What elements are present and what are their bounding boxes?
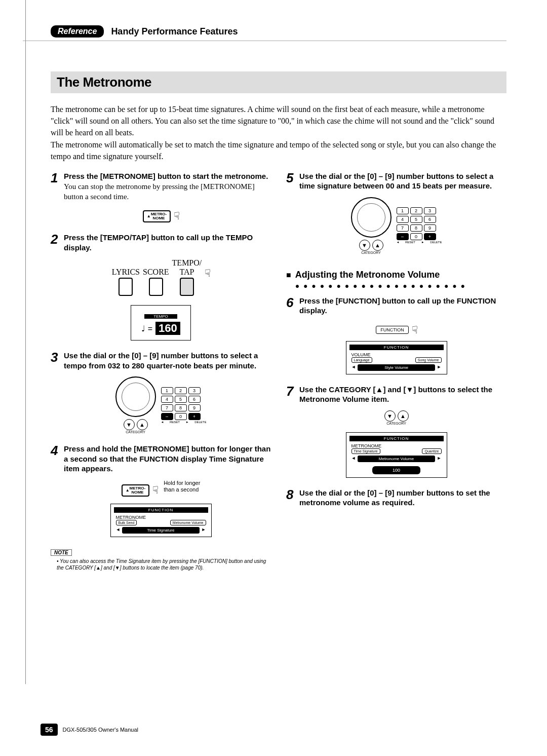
note-body: • You can also access the Time Signature…: [51, 558, 271, 571]
lcd-left-item: Language: [351, 357, 372, 363]
category-up-icon: ▲: [372, 240, 383, 251]
key-6: 6: [188, 396, 201, 403]
keypad-graphic: 1 2 3 4 5 6 7 8 9 – 0 +: [161, 387, 207, 420]
hand-icon: ☟: [152, 484, 159, 496]
lcd-nav-right-icon: ►: [437, 456, 442, 461]
footer-text: DGX-505/305 Owner's Manual: [63, 727, 138, 733]
delete-label: DELETE: [194, 421, 206, 424]
step-number: 7: [286, 385, 295, 398]
note-icon: ♩ =: [141, 324, 152, 333]
keypad-graphic: 1 2 3 4 5 6 7 8 9 – 0 +: [397, 207, 442, 240]
step-4: 4 Press and hold the [METRONOME] button …: [51, 444, 271, 571]
delete-label: DELETE: [430, 241, 442, 244]
lcd-header: FUNCTION: [349, 436, 444, 441]
step-title: Use the dial or the [0] – [9] number but…: [64, 351, 271, 370]
figure-metronome-hold: ▲ METRO- NOME ☟ Hold for longer than a s…: [51, 480, 271, 537]
step-number: 6: [286, 296, 295, 309]
key-0: 0: [175, 413, 187, 420]
metronome-label: METRO- NOME: [130, 486, 146, 495]
key-2: 2: [410, 207, 422, 214]
function-button-graphic: FUNCTION: [376, 326, 409, 334]
hold-caption: Hold for longer than a second: [164, 480, 200, 493]
figure-dial-keypad: ▼ ▲ CATEGORY 1 2 3 4 5 6 7: [286, 197, 506, 254]
key-3: 3: [188, 387, 201, 394]
key-6: 6: [424, 216, 436, 223]
lcd-center-item: Time Signature: [122, 527, 199, 534]
step-8: 8 Use the dial or the [0] – [9] number b…: [286, 488, 506, 508]
step-number: 4: [51, 444, 60, 457]
figure-dial-keypad: ▼ ▲ CATEGORY 1 2 3 4 5 6 7: [51, 376, 271, 434]
category-up-icon: ▲: [137, 419, 148, 430]
step-7: 7 Use the CATEGORY [▲] and [▼] buttons t…: [286, 385, 506, 478]
page-header: Reference Handy Performance Features: [23, 25, 506, 41]
square-bullet-icon: ■: [286, 271, 291, 280]
step-title: Use the CATEGORY [▲] and [▼] buttons to …: [299, 385, 506, 404]
category-label: CATEGORY: [115, 430, 156, 434]
key-4: 4: [161, 396, 173, 403]
metronome-icon: ▲: [126, 488, 130, 493]
two-column-layout: 1 Press the [METRONOME] button to start …: [51, 171, 506, 581]
reset-label: RESET: [405, 241, 415, 244]
lyrics-label: LYRICS: [112, 268, 140, 277]
intro-paragraph: The metronome can be set for up to 15-be…: [51, 103, 506, 162]
category-down-icon: ▼: [359, 240, 370, 251]
key-8: 8: [410, 224, 422, 232]
key-9: 9: [188, 404, 201, 411]
step-title: Use the dial or the [0] – [9] number but…: [299, 171, 506, 191]
step-3: 3 Use the dial or the [0] – [9] number b…: [51, 351, 271, 434]
lcd-nav-left-icon: ◄: [116, 527, 121, 532]
key-4: 4: [397, 216, 409, 223]
tempo-tap-label: TEMPO/ TAP: [172, 258, 202, 277]
category-down-icon: ▼: [124, 419, 135, 430]
step-number: 2: [51, 233, 60, 246]
key-0: 0: [410, 233, 422, 240]
step-title: Press the [TEMPO/TAP] button to call up …: [64, 233, 271, 252]
reference-badge: Reference: [51, 25, 104, 37]
lcd-function-time-signature: FUNCTION METRONOME Bulk Send Metronome V…: [110, 504, 212, 537]
lcd-nav-right-icon: ►: [202, 527, 206, 532]
lcd-right-item: Song Volume: [415, 357, 442, 363]
key-5: 5: [410, 216, 422, 223]
lcd-left-item: Time Signature: [351, 448, 380, 454]
sub-heading-text: Adjusting the Metronome Volume: [295, 270, 440, 280]
step-title: Use the dial or the [0] – [9] number but…: [299, 488, 506, 508]
tempo-display-graphic: TEMPO ♩ = 160: [131, 305, 191, 341]
lcd-nav-left-icon: ◄: [351, 456, 356, 461]
hand-icon: ☟: [174, 210, 180, 222]
category-label: CATEGORY: [351, 251, 392, 254]
lyrics-button-graphic: [119, 278, 133, 296]
category-down-icon: ▼: [384, 410, 396, 422]
dial-graphic: [115, 376, 156, 417]
step-title: Press and hold the [METRONOME] button fo…: [64, 444, 271, 474]
lcd-nav-left-icon: ◄: [351, 364, 356, 369]
score-button-graphic: [149, 278, 163, 296]
lcd-right-item: Metronome Volume: [170, 520, 206, 525]
step-6: 6 Press the [FUNCTION] button to call up…: [286, 296, 506, 374]
key-2: 2: [175, 387, 187, 394]
lcd-nav-right-icon: ►: [437, 364, 442, 369]
metronome-icon: ▲: [147, 214, 151, 218]
lcd-value: 100: [372, 466, 420, 474]
key-9: 9: [424, 224, 436, 232]
hand-icon: ☟: [205, 267, 211, 279]
lcd-header: FUNCTION: [114, 507, 208, 513]
lcd-left-item: Bulk Send: [116, 520, 137, 525]
key-plus: +: [188, 413, 201, 420]
key-1: 1: [397, 207, 409, 214]
page-footer: 56 DGX-505/305 Owner's Manual: [41, 724, 138, 736]
step-number: 5: [286, 171, 295, 184]
step-title: Press the [FUNCTION] button to call up t…: [299, 296, 506, 316]
tempo-tap-button-graphic: [180, 278, 194, 296]
lcd-title: METRONOME: [351, 443, 442, 448]
step-number: 8: [286, 488, 295, 501]
metronome-label: METRO- NOME: [151, 212, 167, 220]
right-column: 5 Use the dial or the [0] – [9] number b…: [286, 171, 506, 581]
dial-graphic: [351, 197, 392, 238]
metronome-button-graphic: ▲ METRO- NOME: [143, 210, 171, 222]
lcd-right-item: Quantize: [422, 448, 441, 454]
reset-label: RESET: [170, 421, 180, 424]
key-5: 5: [175, 396, 187, 403]
metronome-button-graphic: ▲ METRO- NOME: [122, 484, 149, 497]
step-title: Press the [METRONOME] button to start th…: [64, 171, 271, 181]
left-column: 1 Press the [METRONOME] button to start …: [51, 171, 271, 581]
